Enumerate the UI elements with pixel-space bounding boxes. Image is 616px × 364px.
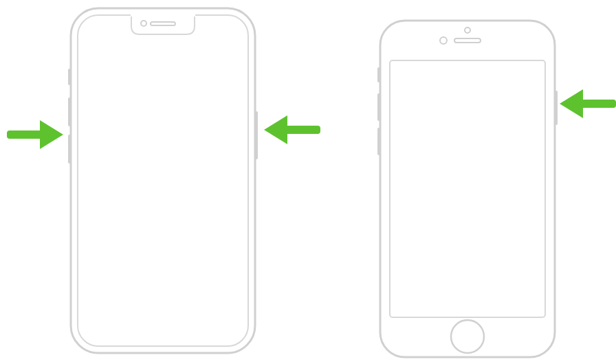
iphone-homebutton — [376, 18, 559, 360]
svg-rect-6 — [131, 14, 195, 16]
arrow-left-icon — [264, 115, 320, 144]
svg-point-18 — [451, 320, 484, 353]
svg-marker-22 — [264, 115, 287, 144]
arrow-left-icon — [560, 89, 616, 118]
svg-rect-21 — [285, 126, 320, 134]
svg-rect-14 — [390, 60, 545, 317]
svg-marker-20 — [40, 120, 63, 149]
svg-rect-19 — [7, 130, 43, 139]
svg-rect-23 — [580, 100, 616, 108]
arrow-right-icon — [7, 120, 63, 149]
svg-rect-5 — [78, 15, 248, 346]
svg-marker-24 — [560, 89, 583, 118]
button-diagram — [0, 0, 616, 364]
iphone-faceid — [67, 5, 259, 356]
